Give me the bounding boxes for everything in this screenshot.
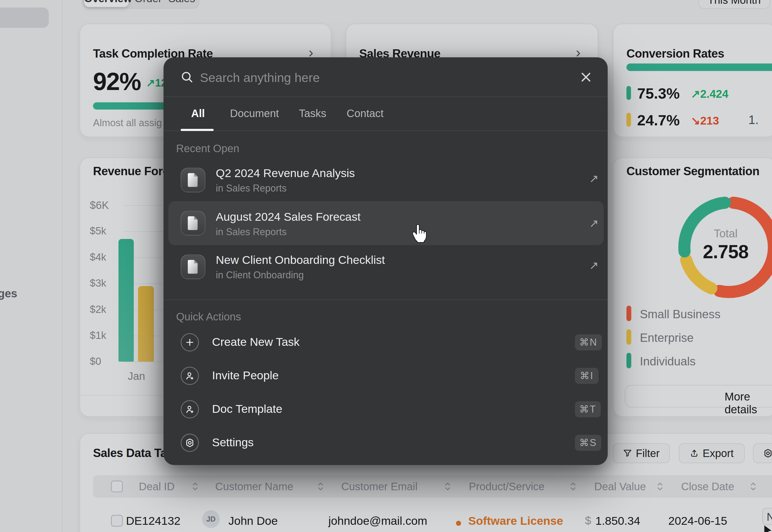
settings-icon — [181, 434, 199, 452]
hand-cursor-icon — [411, 223, 427, 243]
quick-action-create-task[interactable]: Create New Task ⌘N — [168, 328, 604, 357]
conversion-progressbar — [627, 63, 772, 71]
shortcut-badge: ⌘S — [575, 435, 601, 451]
more-details-label: More details — [725, 390, 772, 416]
quick-action-label: Create New Task — [212, 335, 300, 349]
y-axis-tick: $2k — [90, 304, 119, 315]
tab-order-label[interactable]: Order — [132, 0, 164, 5]
col-header-deal-value[interactable]: Deal Value — [594, 475, 646, 498]
conversion-row2-pill — [627, 113, 631, 127]
open-arrow-icon[interactable]: ↗ — [589, 217, 599, 230]
legend-pill-small-business — [627, 306, 631, 321]
quick-action-settings[interactable]: Settings ⌘S — [168, 428, 604, 458]
task-completion-value: 92% — [93, 68, 141, 96]
filter-icon — [623, 449, 632, 458]
delta-up-arrow-icon: ↗ — [691, 88, 700, 100]
modal-tab-bar: All Document Tasks Contact — [163, 96, 608, 130]
recent-item[interactable]: Q2 2024 Revenue Analysis in Sales Report… — [168, 162, 604, 200]
filter-button[interactable]: Filter — [613, 443, 670, 463]
sidebar-item-partial[interactable]: ges — [0, 287, 17, 300]
open-arrow-icon[interactable]: ↗ — [589, 259, 599, 272]
select-all-checkbox[interactable] — [111, 481, 123, 492]
customer-segmentation-title: Customer Segmentation — [627, 164, 759, 178]
quick-actions-heading: Quick Actions — [176, 311, 241, 323]
recent-item-location: in Client Onboarding — [216, 269, 304, 281]
conversion-rates-card: Conversion Rates 75.3% ↗2.424 24.7% ↘213… — [613, 24, 772, 137]
sidebar: ges — [0, 0, 62, 532]
modal-tab-tasks[interactable]: Tasks — [299, 96, 326, 130]
conversion-row2-value: 24.7% — [637, 111, 680, 129]
document-icon — [181, 211, 205, 235]
legend-pill-enterprise — [627, 329, 631, 345]
sort-icon[interactable] — [192, 482, 198, 491]
sort-icon[interactable] — [750, 482, 756, 491]
cell-close-date: 2024-06-15 — [668, 514, 727, 527]
shortcut-badge: ⌘T — [575, 401, 601, 417]
recent-item-location: in Sales Reports — [216, 183, 286, 194]
customer-segmentation-card: Customer Segmentation Total 2.758 Small … — [613, 158, 772, 417]
conversion-row2-extra: 1. — [748, 113, 759, 127]
shortcut-badge: ⌘N — [575, 334, 602, 350]
col-header-deal-id[interactable]: Deal ID — [139, 475, 174, 498]
more-details-button[interactable]: More details — [625, 385, 772, 407]
quick-action-label: Settings — [212, 436, 253, 449]
legend-label-enterprise: Enterprise — [640, 331, 694, 344]
command-palette-modal: All Document Tasks Contact Recent Open Q… — [163, 57, 608, 465]
sort-icon[interactable] — [657, 482, 663, 491]
modal-tab-all[interactable]: All — [191, 96, 205, 130]
collaborator-cursor-icon — [763, 524, 772, 532]
table-row[interactable]: DE124132 JD John Doe johndoe@mail.com So… — [80, 498, 772, 532]
quick-action-doc-template[interactable]: Doc Template ⌘T — [168, 395, 604, 424]
close-icon[interactable] — [580, 71, 592, 84]
conversion-row1-pill — [627, 86, 631, 100]
col-header-customer-email[interactable]: Customer Email — [341, 475, 418, 498]
conversion-row2-delta: ↘213 — [691, 114, 719, 127]
sort-icon[interactable] — [318, 482, 323, 491]
document-icon — [181, 254, 205, 279]
avatar-initials: JD — [206, 515, 216, 523]
conversion-row1-delta: ↗2.424 — [691, 87, 728, 100]
cell-product-service: Software License — [468, 514, 563, 527]
period-selector-button[interactable]: This Month — [698, 0, 770, 9]
modal-tab-contact[interactable]: Contact — [346, 96, 383, 130]
cell-deal-value: 1.850.34 — [595, 514, 640, 527]
quick-action-invite-people[interactable]: Invite People ⌘I — [168, 361, 604, 391]
recent-item-highlighted[interactable]: August 2024 Sales Forecast in Sales Repo… — [168, 201, 604, 245]
cell-customer-name: John Doe — [228, 514, 278, 527]
stage-badge-partial: N — [762, 508, 772, 525]
recent-item-title: Q2 2024 Revenue Analysis — [216, 167, 355, 180]
export-button[interactable]: Export — [679, 443, 745, 463]
col-header-customer-name[interactable]: Customer Name — [215, 475, 293, 498]
delta-down-arrow-icon: ↘ — [691, 114, 700, 127]
y-axis-tick: $5k — [90, 225, 119, 237]
y-axis-tick: $3k — [90, 278, 119, 289]
export-icon — [690, 449, 699, 458]
modal-tab-document[interactable]: Document — [230, 96, 279, 130]
sort-icon[interactable] — [570, 482, 576, 491]
avatar: JD — [202, 510, 220, 528]
x-axis-label: Jan — [120, 370, 152, 382]
revenue-forecast-title: Revenue Forec — [93, 164, 176, 178]
legend-pill-individuals — [627, 353, 631, 368]
settings-icon — [763, 448, 772, 458]
search-input[interactable] — [200, 67, 549, 88]
table-settings-button[interactable] — [753, 443, 772, 463]
tab-sales-label[interactable]: Sales — [166, 0, 198, 5]
task-completion-subtitle: Almost all assig — [93, 117, 162, 129]
col-header-close-date[interactable]: Close Date — [681, 475, 734, 498]
row-checkbox[interactable] — [111, 515, 123, 527]
recent-item[interactable]: New Client Onboarding Checklist in Clien… — [168, 248, 604, 286]
cell-deal-id: DE124132 — [126, 514, 180, 527]
tab-overview-label[interactable]: Overview — [84, 0, 129, 5]
donut-center-value: 2.758 — [685, 241, 766, 263]
export-label: Export — [703, 447, 734, 459]
sort-icon[interactable] — [445, 482, 451, 491]
recent-item-location: in Sales Reports — [216, 226, 286, 238]
y-axis-tick: $0 — [90, 356, 119, 367]
open-arrow-icon[interactable]: ↗ — [589, 172, 599, 185]
currency-symbol: $ — [585, 514, 591, 527]
search-icon — [180, 70, 194, 84]
col-header-product-service[interactable]: Product/Service — [469, 475, 545, 498]
recent-item-title: August 2024 Sales Forecast — [216, 210, 360, 223]
y-axis-tick: $6K — [90, 199, 119, 211]
